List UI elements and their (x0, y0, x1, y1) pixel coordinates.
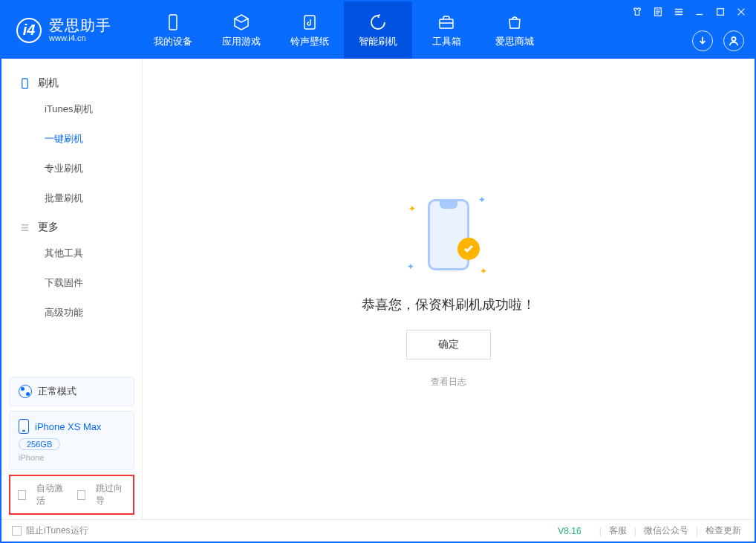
sidebar-group-more-label: 更多 (38, 221, 59, 234)
user-button[interactable] (723, 30, 744, 51)
nav-toolbox[interactable]: 工具箱 (412, 1, 480, 59)
app-name-cn: 爱思助手 (49, 17, 111, 33)
device-icon (163, 13, 183, 32)
sidebar-item-pro-flash[interactable]: 专业刷机 (1, 154, 142, 183)
body: 刷机 iTunes刷机 一键刷机 专业刷机 批量刷机 更多 其他工具 下载固件 … (1, 59, 755, 519)
svg-rect-1 (304, 16, 315, 29)
device-mode[interactable]: 正常模式 (9, 377, 134, 406)
footer: 阻止iTunes运行 V8.16 | 客服 | 微信公众号 | 检查更新 (1, 519, 755, 542)
device-name: iPhone XS Max (35, 421, 102, 432)
window-controls (631, 6, 747, 18)
nav-label-toolbox: 工具箱 (432, 35, 461, 48)
success-message: 恭喜您，保资料刷机成功啦！ (362, 296, 535, 313)
view-log-link[interactable]: 查看日志 (431, 376, 466, 388)
success-illustration: ✦✦✦✦ (404, 190, 493, 279)
logo-icon: i4 (16, 18, 42, 43)
note-icon[interactable] (652, 6, 664, 18)
svg-rect-4 (717, 9, 724, 16)
bag-icon (505, 13, 524, 32)
sidebar-item-advanced[interactable]: 高级功能 (1, 298, 142, 328)
nav-smart-flash[interactable]: 智能刷机 (344, 1, 412, 59)
music-file-icon (300, 13, 319, 32)
app-name-en: www.i4.cn (49, 33, 111, 42)
sidebar-group-flash-label: 刷机 (38, 77, 59, 90)
label-auto-activate: 自动激活 (36, 482, 66, 507)
phone-icon (19, 78, 30, 89)
nav-ringtones[interactable]: 铃声壁纸 (276, 1, 344, 59)
checkbox-skip-guide[interactable] (77, 490, 85, 500)
nav-label-store: 爱思商城 (495, 35, 534, 48)
download-button[interactable] (692, 30, 713, 51)
link-wechat[interactable]: 微信公众号 (644, 524, 688, 537)
header: i4 爱思助手 www.i4.cn 我的设备 应用游戏 铃声壁纸 智能刷机 工具… (1, 1, 755, 59)
maximize-button[interactable] (714, 6, 726, 18)
close-button[interactable] (735, 6, 747, 18)
sidebar-item-onekey-flash[interactable]: 一键刷机 (1, 124, 142, 154)
link-customer-service[interactable]: 客服 (609, 524, 627, 537)
sidebar-item-batch-flash[interactable]: 批量刷机 (1, 183, 142, 213)
checkbox-auto-activate[interactable] (18, 490, 26, 500)
version-label: V8.16 (558, 526, 581, 536)
toolbox-icon (437, 13, 456, 32)
main-content: ✦✦✦✦ 恭喜您，保资料刷机成功啦！ 确定 查看日志 (143, 59, 755, 519)
sidebar-item-download-firmware[interactable]: 下载固件 (1, 268, 142, 298)
sidebar-item-other-tools[interactable]: 其他工具 (1, 238, 142, 268)
svg-rect-6 (22, 78, 28, 88)
ok-button[interactable]: 确定 (406, 330, 491, 360)
minimize-button[interactable] (694, 6, 706, 18)
tshirt-icon[interactable] (631, 6, 643, 18)
sidebar-group-flash: 刷机 (1, 69, 142, 94)
menu-icon[interactable] (673, 6, 685, 18)
device-info[interactable]: iPhone XS Max 256GB iPhone (9, 411, 134, 470)
refresh-shield-icon (368, 13, 388, 32)
label-block-itunes: 阻止iTunes运行 (26, 524, 88, 537)
svg-rect-2 (440, 19, 453, 28)
nav-store[interactable]: 爱思商城 (480, 1, 549, 59)
link-check-update[interactable]: 检查更新 (706, 524, 741, 537)
phone-graphic (428, 199, 469, 270)
svg-point-5 (731, 37, 735, 41)
nav-label-device: 我的设备 (154, 35, 192, 48)
sidebar-group-more: 更多 (1, 213, 142, 238)
check-icon (457, 238, 480, 260)
label-skip-guide: 跳过向导 (96, 482, 126, 507)
header-actions (692, 30, 744, 51)
svg-rect-0 (169, 15, 177, 30)
main-nav: 我的设备 应用游戏 铃声壁纸 智能刷机 工具箱 爱思商城 (139, 1, 549, 59)
device-capacity: 256GB (19, 438, 60, 450)
sidebar-item-itunes-flash[interactable]: iTunes刷机 (1, 94, 142, 124)
nav-label-flash: 智能刷机 (359, 35, 397, 48)
device-panel: 正常模式 iPhone XS Max 256GB iPhone 自动激活 跳过向… (1, 372, 142, 519)
cube-icon (232, 13, 251, 32)
nav-label-ring: 铃声壁纸 (290, 35, 329, 48)
device-type: iPhone (19, 453, 125, 462)
list-icon (19, 222, 30, 233)
nav-my-device[interactable]: 我的设备 (139, 1, 207, 59)
checkbox-block-itunes[interactable] (12, 526, 22, 536)
nav-apps[interactable]: 应用游戏 (207, 1, 276, 59)
device-mode-label: 正常模式 (38, 385, 76, 398)
flash-options: 自动激活 跳过向导 (9, 475, 134, 515)
device-phone-icon (19, 419, 29, 434)
nav-label-apps: 应用游戏 (222, 35, 261, 48)
sidebar: 刷机 iTunes刷机 一键刷机 专业刷机 批量刷机 更多 其他工具 下载固件 … (1, 59, 143, 519)
logo[interactable]: i4 爱思助手 www.i4.cn (1, 1, 139, 59)
mode-icon (19, 385, 32, 398)
